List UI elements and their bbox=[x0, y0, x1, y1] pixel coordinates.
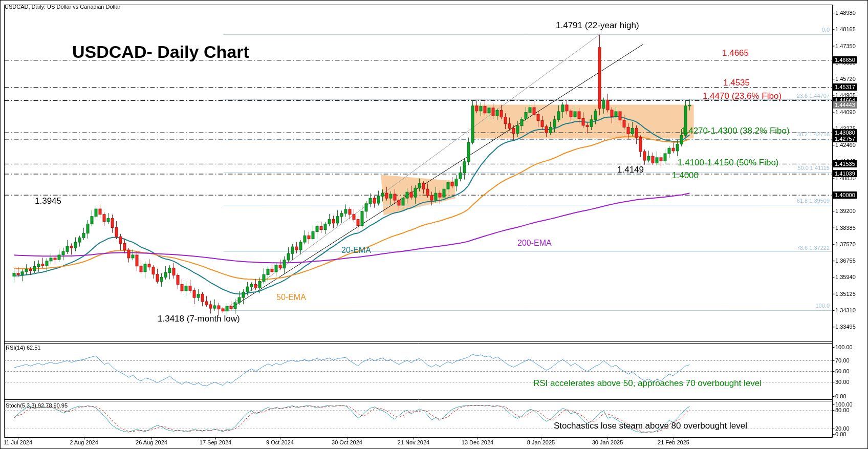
fibo-level-label: 0.0 bbox=[822, 27, 830, 33]
date-tick-label: 17 Sep 2024 bbox=[200, 439, 231, 445]
price-level-badge: 1.42757 bbox=[833, 135, 857, 142]
date-tick-label: 8 Jan 2025 bbox=[527, 439, 555, 445]
indicator-tick-label: 50.00 bbox=[835, 368, 850, 374]
price-tick-label: 1.45720 bbox=[835, 76, 856, 82]
price-tick-label: 1.44090 bbox=[835, 109, 856, 115]
rsi-indicator-label: RSI(14) 62.51 bbox=[6, 345, 40, 351]
price-level-badge: 1.46650 bbox=[833, 56, 857, 63]
stoch-indicator-label: Stoch(5,3,3) 92.78 90.95 bbox=[6, 402, 68, 409]
date-tick-label: 30 Oct 2024 bbox=[332, 439, 362, 445]
indicator-tick-label: 0.00 bbox=[835, 431, 846, 437]
annotation-22yr-high: 1.4791 (22-year high) bbox=[556, 21, 639, 31]
annotation-res-1447-fibo: 1.4470 (23.6% Fibo) bbox=[703, 92, 782, 101]
indicator-tick-label: 70.00 bbox=[835, 357, 850, 364]
price-tick-label: 1.48165 bbox=[835, 26, 856, 32]
date-tick-label: 13 Dec 2024 bbox=[462, 439, 493, 445]
price-tick-label: 1.37570 bbox=[835, 241, 856, 247]
chart-title: USDCAD- Daily Chart bbox=[72, 42, 249, 61]
fibo-level-label: 23.6 1.44707 bbox=[797, 93, 830, 99]
annotation-res-14665: 1.4665 bbox=[722, 49, 749, 58]
date-tick-label: 21 Nov 2024 bbox=[398, 439, 429, 445]
price-tick-label: 1.35125 bbox=[835, 291, 856, 297]
annotation-sup-14000: 1.4000 bbox=[672, 171, 699, 181]
annotation-7month-low: 1.3418 (7-month low) bbox=[158, 314, 240, 324]
date-tick-label: 11 Jul 2024 bbox=[4, 439, 32, 445]
price-level-badge: 1.41535 bbox=[833, 160, 857, 167]
fibo-level-label: 38.2 1.42718 bbox=[797, 131, 830, 137]
date-tick-label: 21 Feb 2025 bbox=[658, 439, 689, 445]
annotation-low-14149: 1.4149 bbox=[617, 165, 644, 175]
date-tick-label: 30 Jan 2025 bbox=[592, 439, 623, 445]
price-tick-label: 1.34310 bbox=[835, 307, 856, 313]
chart-window: USDCAD, Daily: US Dollar vs Canadian Dol… bbox=[0, 0, 868, 449]
price-tick-label: 1.33495 bbox=[835, 324, 856, 330]
annotation-res-14535: 1.4535 bbox=[723, 78, 750, 88]
annotation-sup-1427-fibo: 1.4270-1.4300 (38.2% Fibo) bbox=[681, 126, 790, 136]
fibo-level-label: 78.6 1.37222 bbox=[797, 245, 830, 251]
current-price-badge: 1.44443 bbox=[833, 101, 857, 109]
annotation-sup-1410-fibo: 1.4100-1.4150 (50% Fibo) bbox=[678, 158, 779, 168]
indicator-tick-label: 100.00 bbox=[835, 344, 853, 350]
ema50-label: 50-EMA bbox=[276, 293, 306, 302]
price-tick-label: 1.36755 bbox=[835, 258, 856, 264]
rsi-annotation: RSI accelerates above 50, approaches 70 … bbox=[533, 379, 762, 389]
date-tick-label: 2 Aug 2024 bbox=[70, 439, 98, 445]
date-tick-label: 26 Aug 2024 bbox=[136, 439, 167, 445]
price-level-badge: 1.41039 bbox=[833, 170, 857, 177]
price-level-badge: 1.45317 bbox=[833, 83, 857, 91]
indicator-tick-label: 80.00 bbox=[835, 407, 850, 413]
annotation-peak-13945: 1.3945 bbox=[35, 197, 61, 206]
indicator-tick-label: 30.00 bbox=[835, 379, 850, 385]
fibo-level-label: 100.0 bbox=[815, 303, 830, 309]
price-tick-label: 1.48980 bbox=[835, 10, 856, 16]
ema200-label: 200-EMA bbox=[517, 239, 552, 248]
stoch-annotation: Stochastics lose steam above 80 overboug… bbox=[554, 421, 747, 431]
date-tick-label: 9 Oct 2024 bbox=[266, 439, 294, 445]
price-tick-label: 1.35940 bbox=[835, 274, 856, 280]
price-level-badge: 1.40000 bbox=[833, 191, 857, 199]
price-tick-label: 1.39200 bbox=[835, 208, 856, 214]
symbol-description: USDCAD, Daily: US Dollar vs Canadian Dol… bbox=[5, 4, 120, 10]
fibo-level-label: 50.0 1.41115 bbox=[797, 165, 830, 171]
ema20-label: 20-EMA bbox=[341, 246, 371, 255]
price-tick-label: 1.42460 bbox=[835, 142, 856, 148]
indicator-tick-label: 0.00 bbox=[835, 393, 846, 399]
fibo-level-label: 61.8 1.39509 bbox=[797, 198, 830, 204]
price-tick-label: 1.38385 bbox=[835, 225, 856, 231]
price-tick-label: 1.47350 bbox=[835, 43, 856, 49]
